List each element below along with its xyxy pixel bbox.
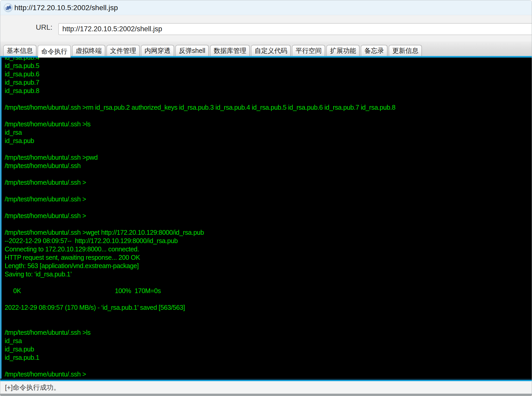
tab-文件管理[interactable]: 文件管理 <box>107 45 140 56</box>
url-row: URL: <box>0 15 532 41</box>
tab-虚拟终端[interactable]: 虚拟终端 <box>72 45 105 56</box>
tab-strip: 基本信息命令执行虚拟终端文件管理内网穿透反弹shell数据库管理自定义代码平行空… <box>0 41 532 58</box>
tab-基本信息[interactable]: 基本信息 <box>3 45 36 56</box>
tab-备忘录[interactable]: 备忘录 <box>361 45 387 56</box>
app-window: http://172.20.10.5:2002/shell.jsp URL: 基… <box>0 0 532 396</box>
tab-扩展功能[interactable]: 扩展功能 <box>327 45 359 56</box>
tab-反弹shell[interactable]: 反弹shell <box>176 45 209 56</box>
terminal-panel: id_rsa.pub.4 id_rsa.pub.5 id_rsa.pub.6 i… <box>0 58 532 379</box>
tab-内网穿透[interactable]: 内网穿透 <box>141 45 174 56</box>
tab-平行空间[interactable]: 平行空间 <box>292 45 325 56</box>
status-bar: [+]命令执行成功。 <box>0 381 532 394</box>
tab-bar: 基本信息命令执行虚拟终端文件管理内网穿透反弹shell数据库管理自定义代码平行空… <box>3 45 423 58</box>
url-input[interactable] <box>58 23 532 35</box>
window-bottom-border <box>0 394 532 396</box>
status-message: [+]命令执行成功。 <box>5 383 60 392</box>
window-title: http://172.20.10.5:2002/shell.jsp <box>14 0 118 15</box>
godzilla-icon <box>4 3 13 12</box>
tab-命令执行[interactable]: 命令执行 <box>38 45 71 58</box>
url-label: URL: <box>0 23 52 32</box>
tab-数据库管理[interactable]: 数据库管理 <box>210 45 250 56</box>
terminal-output[interactable]: id_rsa.pub.4 id_rsa.pub.5 id_rsa.pub.6 i… <box>2 58 532 378</box>
title-bar: http://172.20.10.5:2002/shell.jsp <box>0 0 532 15</box>
tab-更新信息[interactable]: 更新信息 <box>389 45 422 56</box>
tab-自定义代码[interactable]: 自定义代码 <box>251 45 291 56</box>
